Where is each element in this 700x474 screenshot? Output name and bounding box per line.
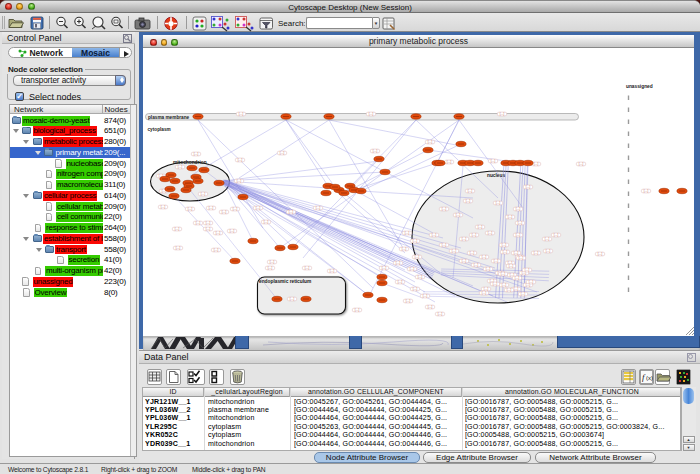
svg-text:cytoplasm: cytoplasm [148, 127, 171, 132]
svg-text:[....]: [....] [194, 152, 199, 156]
svg-text:[....]: [....] [545, 237, 550, 241]
svg-text:[....]: [....] [382, 266, 387, 270]
svg-text:[....]: [....] [239, 112, 244, 116]
svg-text:[....]: [....] [502, 243, 507, 247]
svg-text:[....]: [....] [494, 259, 499, 263]
svg-text:[....]: [....] [222, 210, 227, 214]
svg-text:[....]: [....] [456, 213, 461, 217]
svg-text:[....]: [....] [264, 220, 269, 224]
svg-text:[....]: [....] [484, 287, 489, 291]
svg-text:[....]: [....] [206, 227, 211, 231]
svg-text:[....]: [....] [415, 255, 420, 259]
svg-text:[....]: [....] [406, 299, 411, 303]
svg-text:[....]: [....] [214, 248, 219, 252]
svg-text:[....]: [....] [482, 291, 487, 295]
svg-text:[....]: [....] [316, 206, 321, 210]
svg-text:[....]: [....] [438, 312, 443, 316]
svg-text:[....]: [....] [515, 276, 520, 280]
svg-text:[....]: [....] [238, 158, 243, 162]
svg-text:[....]: [....] [470, 251, 475, 255]
svg-text:[....]: [....] [509, 264, 514, 268]
svg-text:[....]: [....] [201, 192, 206, 196]
svg-text:plasma membrane: plasma membrane [148, 115, 190, 120]
svg-text:[....]: [....] [369, 112, 374, 116]
svg-text:(x): (x) [646, 375, 653, 381]
svg-text:[....]: [....] [280, 151, 285, 155]
svg-text:[....]: [....] [452, 249, 457, 253]
svg-text:[....]: [....] [175, 227, 180, 231]
svg-text:[....]: [....] [305, 266, 310, 270]
svg-text:[....]: [....] [230, 229, 235, 233]
svg-text:[....]: [....] [237, 179, 242, 183]
svg-text:[....]: [....] [233, 207, 238, 211]
svg-text:[....]: [....] [442, 243, 447, 247]
svg-text:[....]: [....] [462, 237, 467, 241]
svg-text:[....]: [....] [502, 283, 507, 287]
svg-text:[....]: [....] [270, 260, 275, 264]
svg-text:[....]: [....] [462, 259, 467, 263]
svg-text:[....]: [....] [486, 267, 491, 271]
svg-text:[....]: [....] [534, 251, 539, 255]
svg-text:[....]: [....] [521, 292, 526, 296]
svg-text:[....]: [....] [488, 231, 493, 235]
svg-text:[....]: [....] [216, 231, 221, 235]
svg-text:[....]: [....] [474, 263, 479, 267]
svg-text:[....]: [....] [468, 189, 473, 193]
svg-text:[....]: [....] [176, 246, 181, 250]
svg-text:[....]: [....] [355, 308, 360, 312]
svg-text:[....]: [....] [554, 233, 559, 237]
svg-text:[....]: [....] [579, 162, 584, 166]
svg-text:[....]: [....] [526, 185, 531, 189]
svg-text:mitochondrion: mitochondrion [173, 160, 207, 165]
svg-text:[....]: [....] [256, 206, 261, 210]
svg-text:[....]: [....] [466, 199, 471, 203]
svg-text:[....]: [....] [508, 215, 513, 219]
svg-text:[....]: [....] [413, 239, 418, 243]
svg-text:[....]: [....] [518, 221, 523, 225]
svg-text:[....]: [....] [546, 249, 551, 253]
svg-text:[....]: [....] [478, 225, 483, 229]
svg-text:[....]: [....] [507, 288, 512, 292]
svg-text:[....]: [....] [514, 251, 519, 255]
svg-text:[....]: [....] [161, 205, 166, 209]
svg-text:[....]: [....] [178, 165, 183, 169]
svg-text:[....]: [....] [413, 287, 418, 291]
svg-text:endoplasmic reticulum: endoplasmic reticulum [259, 279, 311, 284]
svg-text:[....]: [....] [493, 282, 498, 286]
svg-text:[....]: [....] [529, 280, 534, 284]
svg-text:[....]: [....] [410, 267, 415, 271]
svg-text:[....]: [....] [209, 206, 214, 210]
svg-text:[....]: [....] [373, 149, 378, 153]
svg-text:[....]: [....] [516, 233, 521, 237]
svg-text:[....]: [....] [290, 297, 295, 301]
svg-text:[....]: [....] [428, 140, 433, 144]
svg-text:[....]: [....] [428, 305, 433, 309]
svg-text:[....]: [....] [289, 210, 294, 214]
svg-text:[....]: [....] [398, 280, 403, 284]
svg-text:[....]: [....] [268, 266, 273, 270]
svg-text:[....]: [....] [534, 162, 539, 166]
svg-text:[....]: [....] [644, 189, 649, 193]
svg-text:[....]: [....] [482, 255, 487, 259]
svg-text:[....]: [....] [472, 233, 477, 237]
svg-text:[....]: [....] [330, 269, 335, 273]
svg-text:[....]: [....] [516, 207, 521, 211]
svg-text:[....]: [....] [442, 207, 447, 211]
svg-text:[....]: [....] [598, 252, 603, 256]
svg-text:[....]: [....] [418, 275, 423, 279]
svg-text:[....]: [....] [503, 250, 508, 254]
svg-text:[....]: [....] [188, 207, 193, 211]
svg-text:unassigned: unassigned [626, 84, 653, 89]
svg-text:[....]: [....] [447, 160, 452, 164]
svg-text:[....]: [....] [496, 201, 501, 205]
svg-text:[....]: [....] [432, 233, 437, 237]
svg-text:[....]: [....] [491, 159, 496, 163]
svg-text:[....]: [....] [519, 256, 524, 260]
svg-text:[....]: [....] [500, 112, 505, 116]
svg-text:[....]: [....] [396, 261, 401, 265]
svg-text:[....]: [....] [514, 287, 519, 291]
svg-text:[....]: [....] [405, 231, 410, 235]
svg-text:[....]: [....] [402, 247, 407, 251]
svg-text:[....]: [....] [525, 268, 530, 272]
svg-text:nucleus: nucleus [487, 173, 505, 178]
